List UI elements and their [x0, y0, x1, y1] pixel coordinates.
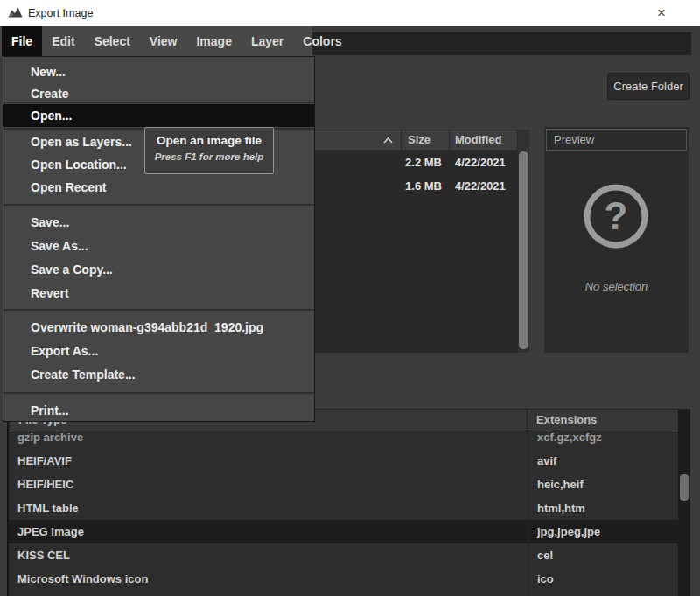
tooltip: Open an image file Press F1 for more hel… [144, 127, 274, 174]
file-type-list: File Type Extensions gzip archive xcf.gz… [7, 409, 690, 596]
menu-item-new[interactable]: New... [4, 60, 314, 83]
file-type-row[interactable]: HTML table html,htm [9, 496, 680, 520]
tooltip-title: Open an image file [145, 134, 273, 147]
file-type-row[interactable]: HEIF/AVIF avif [9, 449, 680, 473]
scrollbar-thumb[interactable] [519, 151, 528, 349]
menu-item-export-as[interactable]: Export As... [4, 340, 314, 362]
file-type-row[interactable]: HEIF/HEIC heic,heif [9, 473, 680, 496]
scrollbar-thumb[interactable] [680, 474, 689, 501]
file-type-row[interactable]: Microsoft Windows icon ico [9, 567, 680, 591]
menu-separator [4, 309, 314, 311]
titlebar: Export Image × [0, 0, 700, 26]
column-divider [528, 431, 528, 596]
menu-item-revert[interactable]: Revert [4, 282, 314, 305]
column-header-size[interactable]: Size [402, 130, 450, 151]
column-header-modified[interactable]: Modified [450, 130, 518, 151]
menu-separator [4, 102, 314, 103]
question-mark-icon: ? [581, 181, 651, 251]
menu-item-save-as[interactable]: Save As... [4, 235, 314, 257]
file-type-row[interactable]: MNG animation mng [9, 591, 680, 596]
create-folder-button[interactable]: Create Folder [607, 73, 690, 100]
menu-item-create-template[interactable]: Create Template... [4, 363, 314, 386]
file-list-scrollbar[interactable] [518, 130, 529, 353]
file-type-scrollbar[interactable] [678, 409, 690, 596]
menu-item-overwrite[interactable]: Overwrite woman-g394abb21d_1920.jpg [4, 316, 314, 339]
column-header-extensions[interactable]: Extensions [528, 409, 680, 431]
window-title: Export Image [28, 0, 93, 26]
menu-edit[interactable]: Edit [42, 26, 84, 56]
file-type-row[interactable]: gzip archive xcf.gz,xcfgz [9, 431, 680, 449]
menu-file[interactable]: File [2, 26, 42, 56]
file-type-row-selected[interactable]: JPEG image jpg,jpeg,jpe [9, 520, 680, 543]
no-selection-text: No selection [544, 280, 689, 293]
menu-separator [4, 204, 314, 206]
menu-image[interactable]: Image [186, 26, 241, 56]
menubar: File Edit Select View Image Layer Colors [0, 26, 312, 56]
tooltip-hint: Press F1 for more help [145, 151, 273, 162]
file-menu-dropdown: New... Create Open... Open as Layers... … [3, 56, 315, 422]
filename-entry[interactable] [312, 32, 691, 55]
menu-layer[interactable]: Layer [242, 26, 293, 56]
preview-panel: Preview ? No selection [544, 127, 689, 353]
menu-item-print[interactable]: Print... [4, 399, 314, 422]
menu-item-open-recent[interactable]: Open Recent [4, 176, 314, 199]
gimp-wilber-icon [7, 4, 24, 21]
preview-label: Preview [546, 129, 687, 151]
menu-select[interactable]: Select [85, 26, 140, 56]
file-size: 2.2 MB [402, 151, 450, 174]
file-modified: 4/22/2021 [450, 174, 518, 198]
close-icon[interactable]: × [648, 0, 675, 26]
menu-item-open[interactable]: Open... [4, 104, 314, 127]
menu-separator [4, 392, 314, 394]
file-modified: 4/22/2021 [450, 151, 518, 174]
file-type-row[interactable]: KISS CEL cel [9, 543, 680, 567]
svg-text:?: ? [605, 194, 628, 237]
file-type-rows: gzip archive xcf.gz,xcfgz HEIF/AVIF avif… [9, 431, 680, 596]
menu-view[interactable]: View [140, 26, 187, 56]
file-size: 1.6 MB [402, 174, 450, 198]
chevron-up-icon [382, 137, 394, 144]
menu-colors[interactable]: Colors [293, 26, 351, 56]
menu-item-save[interactable]: Save... [4, 211, 314, 234]
menu-item-save-a-copy[interactable]: Save a Copy... [4, 258, 314, 281]
